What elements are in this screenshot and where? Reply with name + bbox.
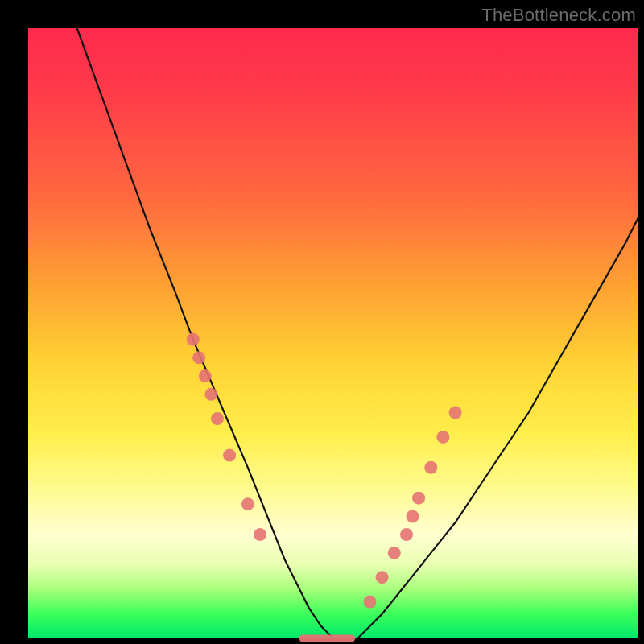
highlight-dot	[187, 333, 200, 346]
highlight-dot	[199, 369, 212, 382]
highlight-dot	[388, 547, 401, 559]
highlight-dot	[376, 571, 389, 584]
highlight-dot	[254, 528, 266, 541]
bottleneck-curve-svg	[28, 28, 638, 638]
highlight-dots-left	[187, 333, 266, 541]
highlight-dot	[242, 497, 254, 510]
highlight-dot	[400, 528, 413, 541]
bottleneck-curve	[77, 28, 638, 638]
highlight-dots-right	[364, 407, 462, 609]
watermark-text: TheBottleneck.com	[481, 5, 636, 26]
highlight-dot	[223, 449, 236, 462]
highlight-dot	[192, 351, 205, 364]
highlight-dot	[449, 407, 462, 419]
highlight-dot	[436, 431, 449, 444]
chart-frame: TheBottleneck.com	[0, 0, 644, 644]
highlight-dot	[211, 412, 224, 425]
highlight-dot	[424, 461, 437, 474]
highlight-dot	[204, 388, 217, 401]
highlight-dot	[364, 596, 377, 609]
highlight-dot	[412, 492, 425, 505]
plot-area	[28, 28, 638, 638]
highlight-dot	[407, 510, 419, 522]
